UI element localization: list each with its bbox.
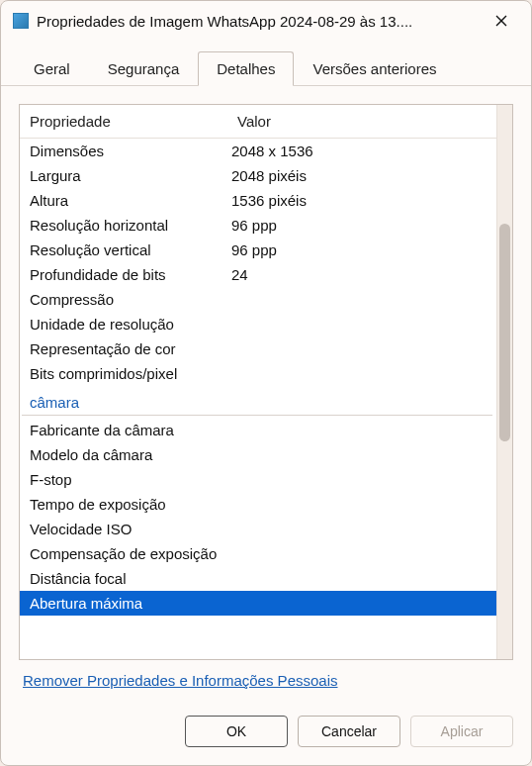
property-value <box>231 446 490 463</box>
property-name: Profundidade de bits <box>26 266 231 283</box>
property-row[interactable]: Abertura máxima <box>20 591 496 616</box>
property-row[interactable]: Distância focal <box>20 566 496 591</box>
properties-dialog: Propriedades de Imagem WhatsApp 2024-08-… <box>0 0 532 766</box>
property-value: 96 ppp <box>231 241 490 258</box>
property-value <box>231 521 490 537</box>
property-row[interactable]: Resolução vertical96 ppp <box>20 238 496 262</box>
property-row[interactable]: Largura2048 pixéis <box>20 163 496 188</box>
property-name: Dimensões <box>26 143 231 159</box>
property-row[interactable]: Altura1536 pixéis <box>20 188 496 213</box>
property-name: Fabricante da câmara <box>26 422 231 438</box>
remove-properties-row: Remover Propriedades e Informações Pesso… <box>19 660 513 694</box>
property-name: Resolução horizontal <box>26 217 231 234</box>
property-name: Compressão <box>26 291 231 308</box>
property-value: 24 <box>231 266 490 283</box>
property-name: Altura <box>26 192 231 209</box>
property-value: 1536 pixéis <box>231 192 490 209</box>
property-name: Largura <box>26 167 231 184</box>
property-name: Modelo da câmara <box>26 446 231 463</box>
column-header-value[interactable]: Valor <box>227 105 496 138</box>
property-row[interactable]: Dimensões2048 x 1536 <box>20 139 496 163</box>
property-row[interactable]: Compressão <box>20 287 496 312</box>
property-name: Tempo de exposição <box>26 496 231 513</box>
property-row[interactable]: Resolução horizontal96 ppp <box>20 213 496 238</box>
property-row[interactable]: Representação de cor <box>20 336 496 361</box>
close-button[interactable] <box>482 5 521 37</box>
property-row[interactable]: Velocidade ISO <box>20 517 496 541</box>
property-row[interactable]: F-stop <box>20 467 496 492</box>
property-value: 2048 pixéis <box>231 167 490 184</box>
scrollbar[interactable] <box>496 105 512 659</box>
property-name: Unidade de resolução <box>26 316 231 333</box>
property-row[interactable]: Bits comprimidos/pixel <box>20 361 496 386</box>
property-value <box>231 365 490 382</box>
property-value <box>231 570 490 587</box>
property-value <box>231 422 490 438</box>
property-row[interactable]: Fabricante da câmara <box>20 418 496 442</box>
property-name: Velocidade ISO <box>26 521 231 537</box>
property-row[interactable]: Compensação de exposição <box>20 541 496 566</box>
property-value <box>231 595 490 612</box>
property-name: Compensação de exposição <box>26 545 231 562</box>
property-value: 2048 x 1536 <box>231 143 490 159</box>
apply-button: Aplicar <box>410 716 513 747</box>
tab-detalhes[interactable]: Detalhes <box>198 51 294 86</box>
grid-rows: Dimensões2048 x 1536Largura2048 pixéisAl… <box>20 139 496 616</box>
scrollbar-thumb[interactable] <box>499 224 510 441</box>
property-row[interactable]: Modelo da câmara <box>20 442 496 467</box>
property-name: Abertura máxima <box>26 595 231 612</box>
remove-properties-link[interactable]: Remover Propriedades e Informações Pesso… <box>23 672 338 689</box>
property-value <box>231 545 490 562</box>
dialog-buttons: OK Cancelar Aplicar <box>1 702 531 765</box>
tab-content: Propriedade Valor Dimensões2048 x 1536La… <box>1 86 531 702</box>
property-row[interactable]: Profundidade de bits24 <box>20 262 496 287</box>
property-value <box>231 340 490 357</box>
ok-button[interactable]: OK <box>185 716 288 747</box>
property-value <box>231 471 490 488</box>
window-title: Propriedades de Imagem WhatsApp 2024-08-… <box>37 13 482 30</box>
property-name: Bits comprimidos/pixel <box>26 365 231 382</box>
section-header: câmara <box>22 388 492 416</box>
tab-versoes-anteriores[interactable]: Versões anteriores <box>294 51 455 86</box>
property-name: Representação de cor <box>26 340 231 357</box>
grid-body: Propriedade Valor Dimensões2048 x 1536La… <box>20 105 496 659</box>
property-value <box>231 316 490 333</box>
property-value <box>231 291 490 308</box>
tab-seguranca[interactable]: Segurança <box>89 51 199 86</box>
column-header-property[interactable]: Propriedade <box>20 105 227 138</box>
property-row[interactable]: Tempo de exposição <box>20 492 496 517</box>
grid-header: Propriedade Valor <box>20 105 496 139</box>
property-row[interactable]: Unidade de resolução <box>20 312 496 336</box>
tab-geral[interactable]: Geral <box>15 51 89 86</box>
property-value <box>231 496 490 513</box>
cancel-button[interactable]: Cancelar <box>298 716 400 747</box>
property-name: F-stop <box>26 471 231 488</box>
app-icon <box>13 13 29 29</box>
tab-strip: Geral Segurança Detalhes Versões anterio… <box>1 41 531 86</box>
details-grid: Propriedade Valor Dimensões2048 x 1536La… <box>19 104 513 660</box>
titlebar: Propriedades de Imagem WhatsApp 2024-08-… <box>1 1 531 41</box>
close-icon <box>495 15 507 27</box>
property-name: Resolução vertical <box>26 241 231 258</box>
property-name: Distância focal <box>26 570 231 587</box>
property-value: 96 ppp <box>231 217 490 234</box>
